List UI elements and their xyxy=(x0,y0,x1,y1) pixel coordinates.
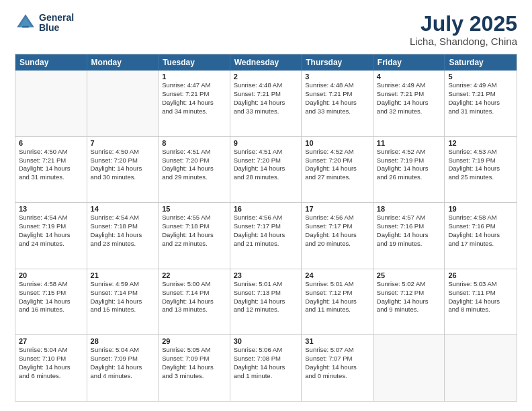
day-cell-11: 11Sunrise: 4:52 AM Sunset: 7:19 PM Dayli… xyxy=(373,137,445,203)
day-cell-7: 7Sunrise: 4:50 AM Sunset: 7:20 PM Daylig… xyxy=(87,137,159,203)
day-cell-18: 18Sunrise: 4:57 AM Sunset: 7:16 PM Dayli… xyxy=(373,203,445,269)
day-info: Sunrise: 5:01 AM Sunset: 7:13 PM Dayligh… xyxy=(234,280,298,314)
week-row-4: 20Sunrise: 4:58 AM Sunset: 7:15 PM Dayli… xyxy=(15,269,517,336)
day-cell-empty-0-0 xyxy=(15,71,87,136)
day-cell-22: 22Sunrise: 5:00 AM Sunset: 7:14 PM Dayli… xyxy=(159,269,230,335)
logo-line2: Blue xyxy=(39,23,74,33)
day-cell-29: 29Sunrise: 5:05 AM Sunset: 7:09 PM Dayli… xyxy=(159,335,230,401)
day-info: Sunrise: 4:52 AM Sunset: 7:20 PM Dayligh… xyxy=(305,148,369,182)
day-number: 9 xyxy=(234,139,298,147)
day-info: Sunrise: 4:50 AM Sunset: 7:21 PM Dayligh… xyxy=(19,148,83,182)
header: General Blue July 2025 Licha, Shandong, … xyxy=(15,12,517,47)
day-info: Sunrise: 4:52 AM Sunset: 7:19 PM Dayligh… xyxy=(377,148,441,182)
day-number: 16 xyxy=(234,205,298,213)
day-cell-10: 10Sunrise: 4:52 AM Sunset: 7:20 PM Dayli… xyxy=(302,137,373,203)
day-cell-26: 26Sunrise: 5:03 AM Sunset: 7:11 PM Dayli… xyxy=(445,269,517,335)
day-info: Sunrise: 4:49 AM Sunset: 7:21 PM Dayligh… xyxy=(448,81,513,116)
day-cell-9: 9Sunrise: 4:51 AM Sunset: 7:20 PM Daylig… xyxy=(230,137,302,203)
day-cell-12: 12Sunrise: 4:53 AM Sunset: 7:19 PM Dayli… xyxy=(445,137,517,203)
calendar: SundayMondayTuesdayWednesdayThursdayFrid… xyxy=(15,54,517,402)
logo-line1: General xyxy=(39,13,74,23)
day-info: Sunrise: 5:02 AM Sunset: 7:12 PM Dayligh… xyxy=(377,280,441,314)
day-cell-20: 20Sunrise: 4:58 AM Sunset: 7:15 PM Dayli… xyxy=(15,269,87,335)
day-cell-25: 25Sunrise: 5:02 AM Sunset: 7:12 PM Dayli… xyxy=(373,269,445,335)
day-info: Sunrise: 4:56 AM Sunset: 7:17 PM Dayligh… xyxy=(305,214,369,248)
day-cell-31: 31Sunrise: 5:07 AM Sunset: 7:07 PM Dayli… xyxy=(302,335,373,401)
day-number: 23 xyxy=(234,271,298,279)
day-info: Sunrise: 4:56 AM Sunset: 7:17 PM Dayligh… xyxy=(234,214,298,248)
day-info: Sunrise: 4:50 AM Sunset: 7:20 PM Dayligh… xyxy=(91,148,155,182)
day-header-saturday: Saturday xyxy=(445,54,517,71)
day-number: 31 xyxy=(305,337,369,345)
day-number: 27 xyxy=(19,337,83,345)
day-cell-21: 21Sunrise: 4:59 AM Sunset: 7:14 PM Dayli… xyxy=(87,269,159,335)
day-number: 2 xyxy=(234,73,298,81)
day-cell-13: 13Sunrise: 4:54 AM Sunset: 7:19 PM Dayli… xyxy=(15,203,87,269)
day-number: 26 xyxy=(448,271,513,279)
day-headers: SundayMondayTuesdayWednesdayThursdayFrid… xyxy=(15,54,517,71)
day-number: 7 xyxy=(91,139,155,147)
day-number: 20 xyxy=(19,271,83,279)
day-number: 29 xyxy=(162,337,226,345)
day-info: Sunrise: 5:07 AM Sunset: 7:07 PM Dayligh… xyxy=(305,346,369,380)
day-header-wednesday: Wednesday xyxy=(230,54,302,71)
week-row-1: 1Sunrise: 4:47 AM Sunset: 7:21 PM Daylig… xyxy=(15,71,517,137)
day-info: Sunrise: 4:58 AM Sunset: 7:15 PM Dayligh… xyxy=(19,280,83,314)
day-info: Sunrise: 4:51 AM Sunset: 7:20 PM Dayligh… xyxy=(162,148,226,182)
day-info: Sunrise: 4:48 AM Sunset: 7:21 PM Dayligh… xyxy=(234,81,298,116)
day-info: Sunrise: 4:58 AM Sunset: 7:16 PM Dayligh… xyxy=(448,214,513,248)
day-number: 5 xyxy=(448,73,513,81)
weeks: 1Sunrise: 4:47 AM Sunset: 7:21 PM Daylig… xyxy=(15,71,517,401)
logo: General Blue xyxy=(15,12,74,34)
day-cell-17: 17Sunrise: 4:56 AM Sunset: 7:17 PM Dayli… xyxy=(302,203,373,269)
subtitle: Licha, Shandong, China xyxy=(410,36,517,47)
day-info: Sunrise: 4:53 AM Sunset: 7:19 PM Dayligh… xyxy=(448,148,513,182)
day-info: Sunrise: 5:03 AM Sunset: 7:11 PM Dayligh… xyxy=(448,280,513,314)
day-number: 22 xyxy=(162,271,226,279)
day-info: Sunrise: 4:57 AM Sunset: 7:16 PM Dayligh… xyxy=(377,214,441,248)
day-cell-2: 2Sunrise: 4:48 AM Sunset: 7:21 PM Daylig… xyxy=(230,71,302,136)
day-info: Sunrise: 5:00 AM Sunset: 7:14 PM Dayligh… xyxy=(162,280,226,314)
day-info: Sunrise: 4:55 AM Sunset: 7:18 PM Dayligh… xyxy=(162,214,226,248)
day-number: 30 xyxy=(234,337,298,345)
day-cell-28: 28Sunrise: 5:04 AM Sunset: 7:09 PM Dayli… xyxy=(87,335,159,401)
logo-icon xyxy=(15,12,36,34)
day-cell-14: 14Sunrise: 4:54 AM Sunset: 7:18 PM Dayli… xyxy=(87,203,159,269)
day-number: 13 xyxy=(19,205,83,213)
day-cell-23: 23Sunrise: 5:01 AM Sunset: 7:13 PM Dayli… xyxy=(230,269,302,335)
day-cell-8: 8Sunrise: 4:51 AM Sunset: 7:20 PM Daylig… xyxy=(159,137,230,203)
day-number: 11 xyxy=(377,139,441,147)
day-cell-1: 1Sunrise: 4:47 AM Sunset: 7:21 PM Daylig… xyxy=(159,71,230,136)
week-row-2: 6Sunrise: 4:50 AM Sunset: 7:21 PM Daylig… xyxy=(15,137,517,203)
logo-text: General Blue xyxy=(39,13,74,34)
day-cell-27: 27Sunrise: 5:04 AM Sunset: 7:10 PM Dayli… xyxy=(15,335,87,401)
day-cell-16: 16Sunrise: 4:56 AM Sunset: 7:17 PM Dayli… xyxy=(230,203,302,269)
day-cell-4: 4Sunrise: 4:49 AM Sunset: 7:21 PM Daylig… xyxy=(373,71,445,136)
day-header-monday: Monday xyxy=(87,54,159,71)
svg-rect-2 xyxy=(22,26,29,28)
day-info: Sunrise: 4:48 AM Sunset: 7:21 PM Dayligh… xyxy=(305,81,369,116)
day-header-friday: Friday xyxy=(373,54,445,71)
day-cell-6: 6Sunrise: 4:50 AM Sunset: 7:21 PM Daylig… xyxy=(15,137,87,203)
day-number: 24 xyxy=(305,271,369,279)
day-cell-empty-4-5 xyxy=(373,335,445,401)
day-number: 6 xyxy=(19,139,83,147)
day-number: 18 xyxy=(377,205,441,213)
day-cell-15: 15Sunrise: 4:55 AM Sunset: 7:18 PM Dayli… xyxy=(159,203,230,269)
day-cell-3: 3Sunrise: 4:48 AM Sunset: 7:21 PM Daylig… xyxy=(302,71,373,136)
day-number: 21 xyxy=(91,271,155,279)
day-number: 4 xyxy=(377,73,441,81)
day-info: Sunrise: 5:05 AM Sunset: 7:09 PM Dayligh… xyxy=(162,346,226,380)
day-info: Sunrise: 5:04 AM Sunset: 7:10 PM Dayligh… xyxy=(19,346,83,380)
day-info: Sunrise: 4:54 AM Sunset: 7:19 PM Dayligh… xyxy=(19,214,83,248)
day-header-tuesday: Tuesday xyxy=(159,54,230,71)
day-info: Sunrise: 5:01 AM Sunset: 7:12 PM Dayligh… xyxy=(305,280,369,314)
main-title: July 2025 xyxy=(410,12,517,36)
day-cell-5: 5Sunrise: 4:49 AM Sunset: 7:21 PM Daylig… xyxy=(445,71,517,136)
day-info: Sunrise: 4:54 AM Sunset: 7:18 PM Dayligh… xyxy=(91,214,155,248)
day-header-thursday: Thursday xyxy=(302,54,373,71)
day-number: 28 xyxy=(91,337,155,345)
day-cell-24: 24Sunrise: 5:01 AM Sunset: 7:12 PM Dayli… xyxy=(302,269,373,335)
day-number: 19 xyxy=(448,205,513,213)
day-number: 25 xyxy=(377,271,441,279)
